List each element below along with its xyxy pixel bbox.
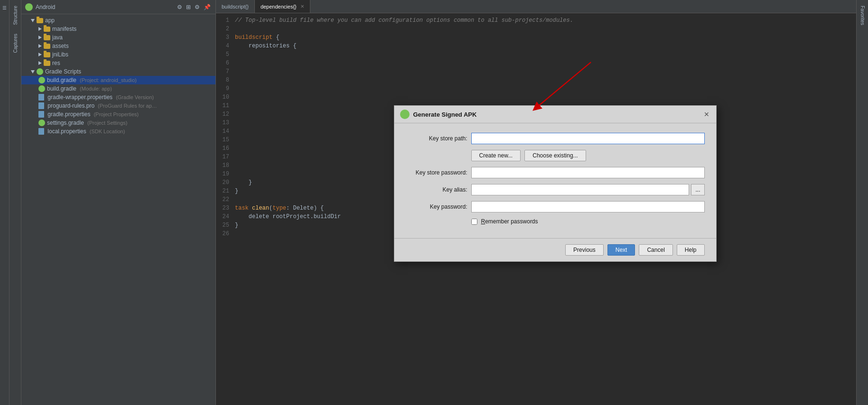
tree-item-gradle-wrapper[interactable]: gradle-wrapper.properties (Gradle Versio… xyxy=(21,93,215,101)
file-icon-gradle-properties xyxy=(38,111,44,118)
key-password-input[interactable] xyxy=(471,201,705,212)
code-line-4: 4 repositories { xyxy=(216,43,856,51)
tree-label-app: app xyxy=(45,17,55,24)
key-alias-row: Key alias: ... xyxy=(406,184,705,195)
right-vertical-tabs: Favorites xyxy=(856,0,868,405)
settings-icon[interactable]: ⚙ xyxy=(176,3,183,11)
dialog-title-text: Generate Signed APK xyxy=(413,111,477,118)
gradle-icon-scripts xyxy=(37,68,43,75)
line-num-11: 11 xyxy=(216,102,235,109)
expand-arrow-java xyxy=(38,36,42,39)
help-button[interactable]: Help xyxy=(677,244,705,256)
tree-item-assets[interactable]: assets xyxy=(21,42,215,50)
next-button[interactable]: Next xyxy=(607,244,635,256)
key-alias-browse-button[interactable]: ... xyxy=(691,184,704,195)
expand-arrow-jnilibs xyxy=(38,53,42,56)
expand-arrow-assets xyxy=(38,44,42,48)
expand-arrow-app xyxy=(31,19,35,22)
dialog-android-icon xyxy=(400,110,410,119)
captures-tab[interactable]: Captures xyxy=(12,30,19,57)
remember-r-underline: R xyxy=(481,218,485,225)
line-num-21: 21 xyxy=(216,188,235,194)
tree-label-gradle-properties: gradle.properties xyxy=(46,111,90,118)
line-num-15: 15 xyxy=(216,137,235,143)
line-num-18: 18 xyxy=(216,162,235,169)
code-line-8: 8 xyxy=(216,77,856,85)
tree-item-local-properties[interactable]: local.properties (SDK Location) xyxy=(21,127,215,136)
tree-item-proguard[interactable]: proguard-rules.pro (ProGuard Rules for a… xyxy=(21,101,215,110)
cancel-button[interactable]: Cancel xyxy=(639,244,672,256)
tree-item-java[interactable]: java xyxy=(21,33,215,42)
sidebar-top-bar: Android ⚙ ⊞ ⚙ 📌 xyxy=(21,0,215,14)
tab-close-icon[interactable]: ✕ xyxy=(300,4,304,9)
line-num-6: 6 xyxy=(216,60,235,66)
folder-icon-assets xyxy=(44,44,50,49)
project-sidebar: Android ⚙ ⊞ ⚙ 📌 app manifests java xyxy=(21,0,216,405)
line-num-9: 9 xyxy=(216,85,235,92)
line-num-5: 5 xyxy=(216,51,235,58)
tree-label-local-properties-secondary: (SDK Location) xyxy=(88,129,125,134)
code-content-23: task clean(type: Delete) { xyxy=(235,205,324,212)
folder-icon-app xyxy=(37,18,43,23)
tree-item-settings-gradle[interactable]: settings.gradle (Project Settings) xyxy=(21,119,215,127)
key-store-buttons-row: Create new... Choose existing... xyxy=(406,150,705,161)
layout-icon[interactable]: ⊞ xyxy=(185,3,192,11)
tree-item-jnilibs[interactable]: jniLibs xyxy=(21,50,215,59)
line-num-23: 23 xyxy=(216,205,235,212)
tree-label-proguard: proguard-rules.pro xyxy=(46,102,94,109)
tree-label-res: res xyxy=(52,60,60,66)
tab-dependencies[interactable]: dependencies{} ✕ xyxy=(255,0,310,13)
gradle-icon-build-project xyxy=(38,77,45,83)
line-num-26: 26 xyxy=(216,230,235,237)
code-content-1: // Top-level build file where you can ad… xyxy=(235,17,573,24)
code-line-5: 5 xyxy=(216,51,856,60)
key-store-path-label: Key store path: xyxy=(406,135,467,142)
structure-tab[interactable]: Structure xyxy=(12,2,19,29)
line-num-10: 10 xyxy=(216,94,235,101)
dialog-titlebar: Generate Signed APK ✕ xyxy=(394,106,716,123)
code-content-24: delete rootProject.buildDir xyxy=(235,213,341,220)
sidebar-title: Android xyxy=(36,4,173,10)
android-icon xyxy=(25,3,33,11)
create-new-button[interactable]: Create new... xyxy=(471,150,521,161)
pin-icon[interactable]: 📌 xyxy=(203,3,212,11)
tree-item-build-gradle-project[interactable]: build.gradle (Project: android_studio) xyxy=(21,76,215,84)
code-line-6: 6 xyxy=(216,60,856,68)
tree-label-build-gradle-module-secondary: (Module: app) xyxy=(78,86,112,92)
key-store-password-input[interactable] xyxy=(471,167,705,178)
tree-item-res[interactable]: res xyxy=(21,59,215,67)
tree-label-settings-gradle: settings.gradle xyxy=(47,120,84,126)
left-vertical-tabs: Structure Captures xyxy=(9,0,21,405)
dialog-close-button[interactable]: ✕ xyxy=(703,110,710,118)
key-alias-label: Key alias: xyxy=(406,186,467,193)
line-num-2: 2 xyxy=(216,26,235,32)
tab-buildscript[interactable]: buildscript{} xyxy=(216,0,255,13)
file-icon-local-properties xyxy=(38,128,44,135)
favorites-tab[interactable]: Favorites xyxy=(859,2,866,29)
tree-item-manifests[interactable]: manifests xyxy=(21,25,215,33)
tree-item-app[interactable]: app xyxy=(21,16,215,25)
choose-existing-button[interactable]: Choose existing... xyxy=(524,150,586,161)
gear-icon[interactable]: ⚙ xyxy=(194,3,201,11)
key-alias-input[interactable] xyxy=(471,184,690,195)
line-num-19: 19 xyxy=(216,171,235,177)
key-store-path-row: Key store path: xyxy=(406,133,705,144)
previous-button[interactable]: Previous xyxy=(565,244,604,256)
line-num-16: 16 xyxy=(216,145,235,152)
tree-item-build-gradle-module[interactable]: build.gradle (Module: app) xyxy=(21,84,215,93)
code-content-20: } xyxy=(235,179,252,186)
line-num-12: 12 xyxy=(216,111,235,118)
tree-item-gradle-scripts[interactable]: Gradle Scripts xyxy=(21,67,215,76)
line-num-1: 1 xyxy=(216,17,235,24)
code-line-7: 7 xyxy=(216,68,856,77)
sidebar-toggle-icon[interactable]: ☰ xyxy=(1,4,9,11)
key-store-path-input[interactable] xyxy=(471,133,705,144)
key-alias-input-group: ... xyxy=(471,184,705,195)
line-num-4: 4 xyxy=(216,43,235,49)
tree-item-gradle-properties[interactable]: gradle.properties (Project Properties) xyxy=(21,110,215,119)
folder-icon-jnilibs xyxy=(44,52,50,57)
dialog-footer: Previous Next Cancel Help xyxy=(394,238,716,261)
code-line-1: 1 // Top-level build file where you can … xyxy=(216,17,856,26)
code-line-2: 2 xyxy=(216,26,856,34)
remember-passwords-checkbox[interactable] xyxy=(471,219,477,225)
